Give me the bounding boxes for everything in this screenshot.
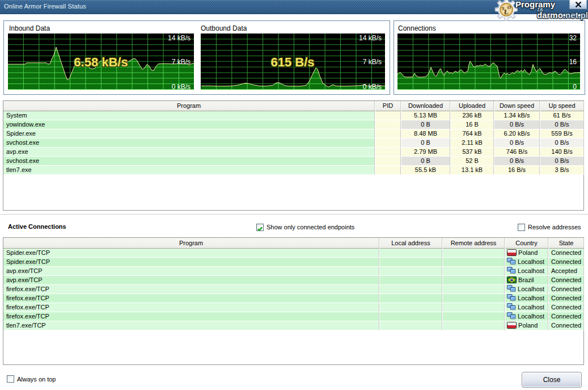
svg-text:0 kB/s: 0 kB/s — [363, 83, 382, 90]
svg-text:7 kB/s: 7 kB/s — [363, 58, 382, 66]
svg-text:16: 16 — [569, 58, 577, 66]
svg-text:7 kB/s: 7 kB/s — [172, 58, 191, 66]
svg-text:14 kB/s: 14 kB/s — [359, 34, 382, 42]
svg-text:615 B/s: 615 B/s — [270, 55, 314, 69]
svg-text:32: 32 — [569, 34, 577, 42]
svg-text:0: 0 — [573, 83, 577, 90]
svg-text:6.58 kB/s: 6.58 kB/s — [74, 55, 128, 69]
svg-text:14 kB/s: 14 kB/s — [168, 34, 191, 42]
svg-text:0 kB/s: 0 kB/s — [172, 83, 191, 90]
svg-text:Ł: Ł — [504, 8, 509, 16]
